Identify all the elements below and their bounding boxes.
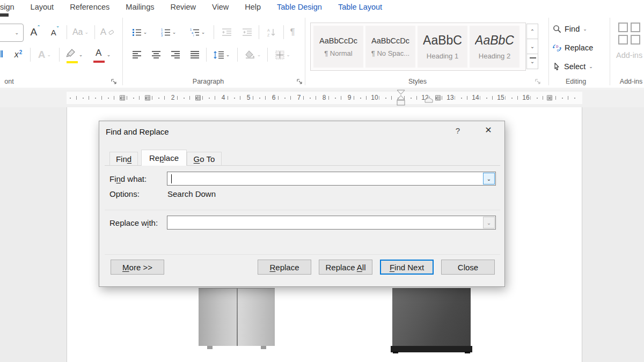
close-icon[interactable]: ✕ [480,125,496,137]
tab-table-layout[interactable]: Table Layout [338,3,382,11]
ruler-tick [517,96,518,100]
style-no-spacing[interactable]: AaBbCcDc ¶ No Spac... [365,26,415,68]
table-column-marker[interactable] [547,95,553,101]
superscript-button[interactable]: x 2 [10,46,28,63]
font-size-combobox[interactable]: ⌄ [0,24,24,42]
indent-markers[interactable] [395,89,407,107]
replace-with-label: Replace with: [109,218,158,227]
table-column-marker[interactable] [435,95,441,101]
change-case-button[interactable]: Aa ⌄ [69,24,92,41]
ruler-number: 13 [445,94,455,102]
ruler-tick [164,96,165,100]
refrigerator-image-dark[interactable] [392,288,471,346]
clear-formatting-glyph: A [100,27,106,38]
tab-references[interactable]: References [70,3,109,11]
close-button[interactable]: Close [441,260,495,275]
ruler-tick [184,98,185,99]
align-right-button[interactable] [167,46,184,63]
decrease-indent-button[interactable] [218,24,236,41]
table-move-marker[interactable] [425,95,433,103]
separator [105,210,500,210]
shrink-font-button[interactable]: A ˇ [47,24,63,41]
increase-indent-button[interactable] [238,24,257,41]
find-what-dropdown-button[interactable]: ⌄ [483,173,495,184]
find-button[interactable]: Find ⌄ [553,24,587,34]
replace-button-label: Replace [269,263,299,272]
tab-view[interactable]: View [212,3,229,11]
replace-button[interactable]: b c Replace [553,43,593,53]
justify-icon [191,51,200,58]
text-effects-button[interactable]: A ⌄ [32,46,57,63]
replace-all-button[interactable]: Replace All [319,260,372,275]
find-and-replace-dialog: Find and Replace ? ✕ Find Replace Go To … [99,121,505,287]
more-button[interactable]: More >> [111,260,164,275]
tab-help[interactable]: Help [245,3,261,11]
divider [283,25,284,39]
tab-mailings[interactable]: Mailings [126,3,154,11]
align-center-button[interactable] [148,46,164,63]
align-left-button[interactable] [129,46,145,63]
styles-scroll-down-button[interactable]: ⌄ [526,39,538,54]
bullets-button[interactable]: ⌄ [128,24,151,41]
chevron-down-icon: ⌄ [172,30,177,35]
ruler-number: 10 [370,94,379,102]
style-preview: AaBbCcDc [319,36,357,45]
styles-dialog-launcher[interactable] [535,78,541,85]
replace-with-input[interactable]: ⌄ [167,216,496,230]
shading-button[interactable]: ⌄ [240,46,265,63]
tab-design-partial[interactable]: sign [0,3,14,11]
more-button-label: More >> [122,263,152,272]
font-dialog-launcher[interactable] [111,78,117,85]
replace-with-dropdown-button[interactable]: ⌄ [483,217,495,228]
styles-gallery-scrollbar: ⌃ ⌄ ⌄ [526,24,538,69]
replace-button-dialog[interactable]: Replace [258,260,311,275]
numbering-button[interactable]: 123 ⌄ [157,24,180,41]
styles-gallery-more-button[interactable]: ⌄ [526,54,538,69]
style-normal[interactable]: AaBbCcDc ¶ Normal [313,26,363,68]
tab-review[interactable]: Review [171,3,196,11]
ruler-tick [537,98,538,99]
multilevel-list-button[interactable]: 1ai ⌄ [186,24,209,41]
ruler-tick [442,96,442,100]
show-formatting-marks-button[interactable]: ¶ [284,24,301,41]
font-color-button[interactable]: A ⌄ [89,46,114,63]
styles-scroll-up-button[interactable]: ⌃ [526,24,538,39]
bullets-icon [132,28,142,36]
add-ins-icon[interactable] [618,23,641,45]
tab-layout[interactable]: Layout [31,3,54,11]
ruler-tick [574,98,575,99]
style-heading-2[interactable]: AaBbC Heading 2 [470,26,519,68]
borders-button[interactable]: ⌄ [270,46,295,63]
cropped-subscript-button-fragment [0,50,3,57]
tab-find[interactable]: Find [109,152,138,166]
group-divider [610,18,610,85]
ruler-tick [316,96,316,100]
ruler: 2456789101213141516 [0,89,644,107]
select-button[interactable]: Select ⌄ [553,62,593,71]
table-column-marker[interactable] [145,95,151,101]
help-button[interactable]: ? [451,126,464,137]
ruler-tick [486,98,487,99]
sort-az-icon: AZ [267,28,276,37]
style-heading-1[interactable]: AaBbC Heading 1 [418,26,467,68]
clear-formatting-button[interactable]: A [97,24,118,41]
grow-font-glyph: A [30,26,37,38]
line-spacing-button[interactable]: ⌄ [209,46,234,63]
table-column-marker[interactable] [195,95,201,101]
find-next-button[interactable]: Find Next [380,260,434,275]
find-what-input[interactable]: ⌄ [167,172,496,186]
tab-replace[interactable]: Replace [141,150,187,166]
tab-go-to[interactable]: Go To [187,152,222,166]
group-divider [305,18,305,85]
justify-button[interactable] [187,46,203,63]
ruler-tick [253,96,253,100]
text-highlight-color-button[interactable]: ⌄ [61,46,86,63]
text-effects-glyph: A [38,49,46,61]
refrigerator-image-silver[interactable] [199,288,275,346]
table-column-marker[interactable] [120,95,126,101]
paragraph-dialog-launcher[interactable] [296,78,303,85]
grow-font-button[interactable]: A ˆ [27,24,44,41]
close-button-label: Close [458,263,478,272]
tab-table-design[interactable]: Table Design [277,3,322,11]
sort-button[interactable]: AZ [262,24,281,41]
